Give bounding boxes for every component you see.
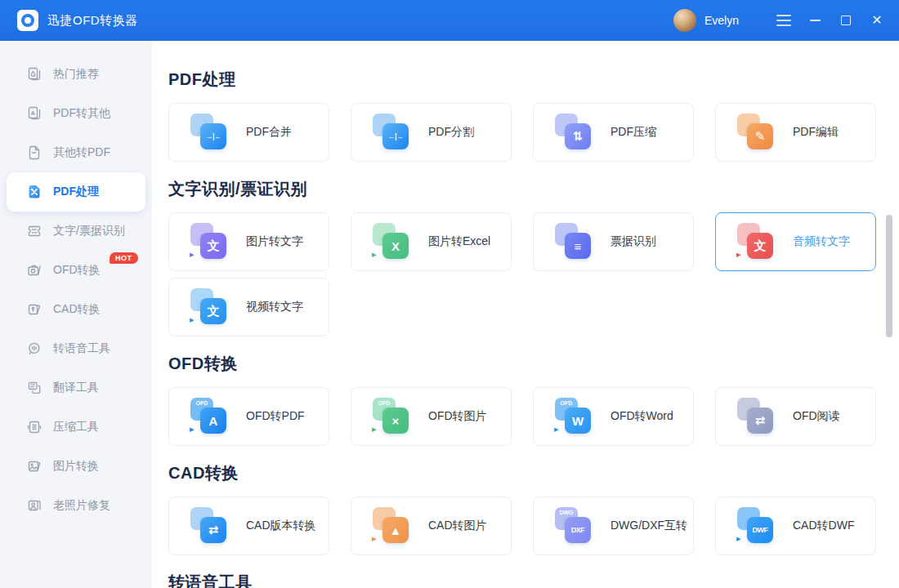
sidebar-item-label: PDF转其他 bbox=[53, 106, 110, 121]
scrollbar-thumb[interactable] bbox=[886, 215, 892, 337]
sidebar-item-other-to-pdf[interactable]: 其他转PDF bbox=[7, 133, 145, 172]
card-pdf-merge[interactable]: →|← PDF合并 bbox=[168, 103, 329, 162]
hot-recommend-icon bbox=[26, 66, 42, 82]
card-audio-to-text[interactable]: 文 音频转文字 bbox=[715, 212, 876, 271]
sidebar-item-label: 其他转PDF bbox=[53, 145, 110, 160]
card-label: PDF压缩 bbox=[611, 125, 656, 140]
card-grid-ocr: 文 图片转文字 X 图片转Excel ≡ 票据识别 文 音频转文字 文 视频转文… bbox=[168, 212, 899, 336]
sidebar-item-pdf-process[interactable]: PDF处理 bbox=[7, 172, 145, 212]
ofd-reader-icon: ⇄ bbox=[737, 398, 775, 435]
sidebar-item-ofd-convert[interactable]: OFD转换 HOT bbox=[7, 251, 145, 290]
sidebar-item-label: CAD转换 bbox=[53, 302, 101, 317]
sidebar-item-image-convert[interactable]: 图片转换 bbox=[7, 447, 145, 486]
card-grid-pdf-process: →|← PDF合并 ←|→ PDF分割 ⇅ PDF压缩 ✎ PDF编辑 bbox=[168, 103, 899, 162]
card-cad-to-dwf[interactable]: DWF CAD转DWF bbox=[715, 497, 876, 555]
cad-to-image-icon: ▲ bbox=[373, 507, 410, 545]
card-dwg-dxf-convert[interactable]: DWGDXF DWG/DXF互转 bbox=[533, 497, 694, 555]
section-title-pdf-process: PDF处理 bbox=[168, 69, 899, 90]
sidebar-item-pdf-to-other[interactable]: A PDF转其他 bbox=[7, 94, 145, 133]
sidebar-item-label: 翻译工具 bbox=[53, 381, 99, 395]
sidebar-item-label: 热门推荐 bbox=[53, 67, 99, 82]
voice-tool-icon bbox=[26, 341, 42, 357]
card-label: CAD版本转换 bbox=[246, 519, 316, 533]
pdf-compress-icon: ⇅ bbox=[555, 114, 593, 151]
compress-tool-icon bbox=[26, 419, 42, 435]
pdf-edit-icon: ✎ bbox=[737, 114, 775, 151]
card-image-to-text[interactable]: 文 图片转文字 bbox=[168, 212, 329, 271]
sidebar-item-text-receipt[interactable]: 文字/票据识别 bbox=[7, 212, 145, 251]
maximize-icon[interactable] bbox=[830, 0, 861, 41]
card-label: OFD阅读 bbox=[793, 409, 840, 424]
ofd-convert-icon bbox=[26, 262, 42, 278]
svg-text:A: A bbox=[31, 109, 36, 117]
app-logo-icon bbox=[17, 10, 38, 31]
image-to-excel-icon: X bbox=[373, 223, 410, 261]
app-title: 迅捷OFD转换器 bbox=[47, 13, 138, 29]
sidebar-item-label: 图片转换 bbox=[53, 459, 99, 474]
section-title-cad-convert: CAD转换 bbox=[168, 462, 899, 483]
card-grid-cad: ⇄ CAD版本转换 ▲ CAD转图片 DWGDXF DWG/DXF互转 DWF … bbox=[168, 497, 899, 555]
card-receipt-recognition[interactable]: ≡ 票据识别 bbox=[533, 212, 694, 271]
ofd-to-image-icon: OFD× bbox=[373, 398, 410, 435]
pdf-split-icon: ←|→ bbox=[373, 114, 410, 151]
video-to-text-icon: 文 bbox=[190, 288, 228, 326]
other-to-pdf-icon bbox=[26, 145, 42, 161]
card-ofd-to-word[interactable]: OFDW OFD转Word bbox=[533, 387, 694, 446]
image-convert-icon bbox=[26, 458, 42, 474]
card-image-to-excel[interactable]: X 图片转Excel bbox=[351, 212, 512, 271]
card-ofd-to-image[interactable]: OFD× OFD转图片 bbox=[351, 387, 512, 446]
menu-icon[interactable] bbox=[768, 0, 799, 41]
cad-convert-icon bbox=[26, 301, 42, 318]
translate-tool-icon bbox=[26, 380, 42, 396]
titlebar: 迅捷OFD转换器 Evelyn ✕ bbox=[0, 0, 899, 41]
card-label: 票据识别 bbox=[611, 234, 656, 249]
card-pdf-split[interactable]: ←|→ PDF分割 bbox=[351, 103, 512, 162]
pdf-tools-icon bbox=[26, 184, 42, 200]
sidebar-item-label: OFD转换 bbox=[53, 263, 101, 278]
hot-badge: HOT bbox=[110, 252, 138, 264]
card-ofd-to-pdf[interactable]: OFDA OFD转PDF bbox=[168, 387, 329, 446]
card-pdf-compress[interactable]: ⇅ PDF压缩 bbox=[533, 103, 694, 162]
pdf-to-other-icon: A bbox=[26, 105, 42, 122]
card-label: 音频转文字 bbox=[793, 234, 850, 249]
sidebar-item-translate-tool[interactable]: 翻译工具 bbox=[7, 368, 145, 408]
card-video-to-text[interactable]: 文 视频转文字 bbox=[168, 278, 329, 336]
sidebar-item-label: PDF处理 bbox=[53, 185, 99, 199]
pdf-merge-icon: →|← bbox=[190, 114, 228, 151]
sidebar-item-label: 老照片修复 bbox=[53, 498, 110, 513]
card-pdf-edit[interactable]: ✎ PDF编辑 bbox=[715, 103, 876, 162]
card-label: 图片转Excel bbox=[428, 234, 490, 249]
card-grid-ofd: OFDA OFD转PDF OFD× OFD转图片 OFDW OFD转Word ⇄… bbox=[168, 387, 899, 446]
user-avatar[interactable] bbox=[673, 9, 696, 32]
sidebar-item-hot-recommend[interactable]: 热门推荐 bbox=[7, 55, 145, 94]
image-to-text-icon: 文 bbox=[190, 223, 228, 261]
main-content: PDF处理 →|← PDF合并 ←|→ PDF分割 ⇅ PDF压缩 ✎ PDF编… bbox=[152, 41, 899, 588]
card-label: CAD转图片 bbox=[428, 519, 487, 533]
sidebar-item-cad-convert[interactable]: CAD转换 bbox=[7, 290, 145, 329]
card-label: 图片转文字 bbox=[246, 234, 303, 249]
section-title-ocr: 文字识别/票证识别 bbox=[168, 178, 899, 199]
card-label: OFD转Word bbox=[611, 409, 673, 424]
card-cad-to-image[interactable]: ▲ CAD转图片 bbox=[351, 497, 512, 555]
card-label: OFD转图片 bbox=[428, 409, 487, 424]
ofd-to-word-icon: OFDW bbox=[555, 398, 593, 435]
receipt-recognition-icon: ≡ bbox=[555, 223, 593, 261]
sidebar-item-compress-tool[interactable]: 压缩工具 bbox=[7, 408, 145, 447]
ofd-to-pdf-icon: OFDA bbox=[190, 398, 228, 435]
user-name[interactable]: Evelyn bbox=[704, 14, 739, 27]
sidebar-item-label: 文字/票据识别 bbox=[53, 224, 125, 238]
text-receipt-icon bbox=[26, 223, 42, 239]
card-label: PDF分割 bbox=[428, 125, 474, 140]
cad-version-convert-icon: ⇄ bbox=[190, 507, 228, 545]
card-cad-version-convert[interactable]: ⇄ CAD版本转换 bbox=[168, 497, 329, 555]
audio-to-text-icon: 文 bbox=[737, 223, 775, 261]
sidebar-item-label: 压缩工具 bbox=[53, 420, 99, 434]
card-label: PDF合并 bbox=[246, 125, 292, 140]
close-icon[interactable]: ✕ bbox=[861, 0, 892, 41]
card-ofd-reader[interactable]: ⇄ OFD阅读 bbox=[715, 387, 876, 446]
sidebar-item-old-photo-repair[interactable]: 老照片修复 bbox=[7, 486, 145, 525]
minimize-icon[interactable] bbox=[799, 0, 830, 41]
dwg-dxf-convert-icon: DWGDXF bbox=[555, 507, 593, 545]
sidebar-item-voice-tool[interactable]: 转语音工具 bbox=[7, 329, 145, 368]
sidebar: 热门推荐 A PDF转其他 其他转PDF PDF处理 文字/票据识别 O bbox=[0, 41, 152, 588]
